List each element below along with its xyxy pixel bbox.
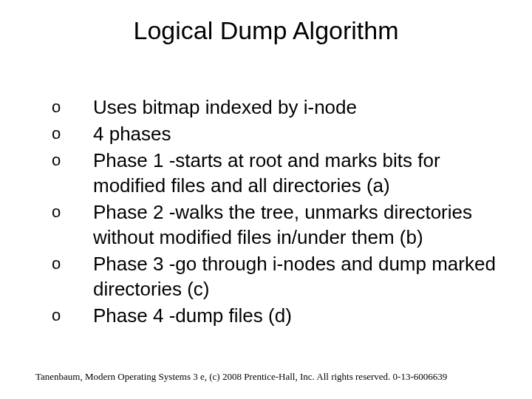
slide-title: Logical Dump Algorithm [0, 16, 532, 45]
slide-footer: Tanenbaum, Modern Operating Systems 3 e,… [35, 371, 497, 383]
list-item-text: Phase 3 -go through i-nodes and dump mar… [93, 251, 502, 301]
list-item: o Phase 1 -starts at root and marks bits… [52, 148, 502, 198]
bullet-icon: o [52, 95, 93, 120]
slide: Logical Dump Algorithm o Uses bitmap ind… [0, 0, 532, 399]
slide-body: o Uses bitmap indexed by i-node o 4 phas… [52, 95, 502, 330]
list-item: o Phase 2 -walks the tree, unmarks direc… [52, 200, 502, 250]
bullet-icon: o [52, 121, 93, 146]
list-item-text: 4 phases [93, 121, 502, 146]
bullet-icon: o [52, 251, 93, 276]
list-item-text: Phase 1 -starts at root and marks bits f… [93, 148, 502, 198]
list-item: o Uses bitmap indexed by i-node [52, 95, 502, 120]
list-item-text: Uses bitmap indexed by i-node [93, 95, 502, 120]
bullet-icon: o [52, 148, 93, 173]
list-item: o Phase 4 -dump files (d) [52, 303, 502, 328]
list-item: o Phase 3 -go through i-nodes and dump m… [52, 251, 502, 301]
list-item: o 4 phases [52, 121, 502, 146]
list-item-text: Phase 4 -dump files (d) [93, 303, 502, 328]
list-item-text: Phase 2 -walks the tree, unmarks directo… [93, 200, 502, 250]
bullet-icon: o [52, 303, 93, 328]
bullet-icon: o [52, 200, 93, 225]
